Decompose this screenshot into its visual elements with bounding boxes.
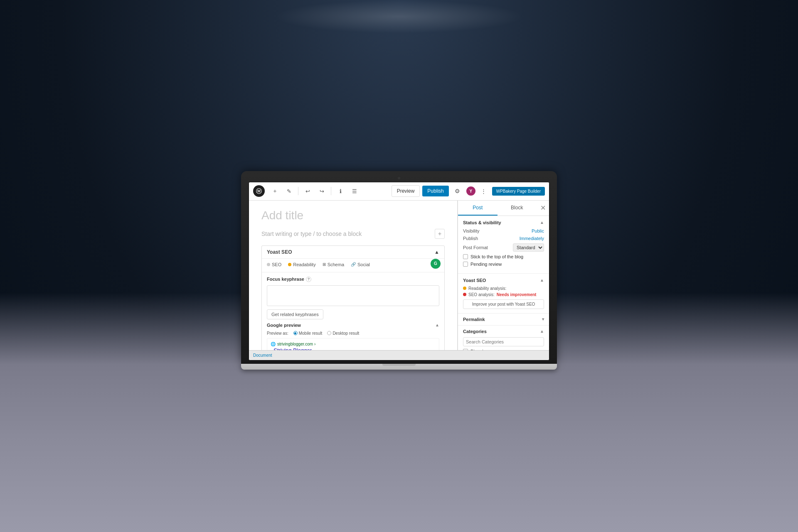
yoast-tab-seo[interactable]: SEO: [267, 262, 281, 269]
edit-toolbar-button[interactable]: ✎: [283, 185, 295, 197]
keyphrase-help-icon[interactable]: ?: [306, 277, 311, 282]
permalink-section: Permalink ▾: [458, 314, 549, 326]
yoast-tabs: SEO Readability ⊞ Schema 🔗: [262, 259, 444, 272]
preview-as-label: Preview as:: [267, 331, 288, 336]
google-title-link[interactable]: · Striving Blogger: [271, 347, 436, 350]
yoast-sidebar-title: Yoast SEO: [463, 278, 486, 283]
mobile-result-option[interactable]: Mobile result: [293, 331, 323, 336]
wordpress-logo: W: [253, 185, 265, 197]
sidebar-tab-post[interactable]: Post: [458, 201, 498, 216]
schema-icon: ⊞: [323, 262, 326, 267]
get-related-keyphrases-button[interactable]: Get related keyphrases: [267, 309, 323, 319]
undo-toolbar-button[interactable]: ↩: [302, 185, 313, 197]
yoast-sidebar-header[interactable]: Yoast SEO ▲: [463, 278, 544, 283]
pending-review-row: Pending review: [463, 262, 544, 267]
redo-toolbar-button[interactable]: ↪: [316, 185, 328, 197]
sidebar-tabs: Post Block ✕: [458, 201, 549, 216]
permalink-header[interactable]: Permalink ▾: [463, 317, 544, 322]
laptop-camera: [398, 177, 400, 179]
post-format-label: Post Format: [463, 245, 488, 250]
desktop-result-option[interactable]: Desktop result: [327, 331, 359, 336]
laptop-container: W ＋ ✎ ↩ ↪ ℹ ☰ Preview Publish ⚙ Y ⋮ WPBa…: [241, 171, 557, 370]
post-format-select[interactable]: Standard: [513, 243, 544, 252]
permalink-title: Permalink: [463, 317, 485, 322]
publish-label: Publish: [463, 236, 478, 241]
yoast-panel-header[interactable]: Yoast SEO ▲: [262, 246, 444, 259]
settings-button[interactable]: ⚙: [451, 185, 464, 197]
google-result-preview: 🌐 strivingblogger.com › · Striving Blogg…: [267, 338, 439, 350]
publish-value[interactable]: Immediately: [520, 236, 544, 241]
grammarly-icon: G: [431, 259, 441, 269]
wpbakery-button[interactable]: WPBakery Page Builder: [492, 187, 545, 196]
sidebar-tab-block[interactable]: Block: [498, 201, 537, 216]
visibility-row: Visibility Public: [463, 228, 544, 233]
mobile-radio[interactable]: [293, 331, 298, 335]
pending-review-label: Pending review: [470, 262, 502, 267]
search-categories-input[interactable]: [463, 337, 544, 346]
improve-yoast-button[interactable]: Improve your post with Yoast SEO: [463, 299, 544, 309]
yoast-content: Focus keyphrase ? Get related keyphrases…: [262, 272, 444, 350]
seo-tab-dot: [267, 263, 270, 266]
yoast-tab-social[interactable]: 🔗 Social: [351, 262, 370, 269]
yoast-button[interactable]: Y: [466, 186, 475, 196]
main-content: G Add title Start writing or type / to c…: [249, 201, 549, 350]
desktop-radio[interactable]: [327, 331, 331, 335]
google-preview-collapse-icon: ▲: [435, 323, 439, 327]
seo-tab-label: SEO: [272, 262, 281, 267]
yoast-seo-panel: Yoast SEO ▲ SEO Readability: [261, 245, 445, 350]
visibility-value[interactable]: Public: [532, 228, 544, 233]
categories-header[interactable]: Categories ▲: [463, 329, 544, 334]
preview-button[interactable]: Preview: [392, 185, 420, 197]
publish-button[interactable]: Publish: [422, 186, 448, 196]
add-block-toolbar-button[interactable]: ＋: [269, 185, 281, 197]
info-toolbar-button[interactable]: ℹ: [335, 185, 346, 197]
pending-review-checkbox[interactable]: [463, 262, 468, 267]
readability-label: Readability analysis:: [468, 286, 506, 291]
social-tab-label: Social: [357, 262, 370, 267]
screen: W ＋ ✎ ↩ ↪ ℹ ☰ Preview Publish ⚙ Y ⋮ WPBa…: [249, 182, 549, 360]
readability-tab-dot: [288, 263, 291, 266]
permalink-collapse-icon: ▾: [542, 317, 544, 321]
preview-as-row: Preview as: Mobile result Desktop result: [267, 331, 439, 336]
laptop-body: [241, 364, 557, 370]
more-options-button[interactable]: ⋮: [478, 185, 490, 197]
google-preview-section: Google preview ▲ Preview as: Mobile resu…: [267, 323, 439, 350]
focus-keyphrase-input[interactable]: [267, 285, 439, 306]
sidebar-close-button[interactable]: ✕: [537, 202, 549, 214]
laptop-bezel: W ＋ ✎ ↩ ↪ ℹ ☰ Preview Publish ⚙ Y ⋮ WPBa…: [241, 171, 557, 364]
seo-label: SEO analysis:: [468, 292, 495, 297]
add-block-inline-button[interactable]: ＋: [435, 229, 445, 239]
yoast-tab-readability[interactable]: Readability: [288, 262, 315, 269]
google-preview-header[interactable]: Google preview ▲: [267, 323, 439, 328]
google-url-text: strivingblogger.com ›: [277, 342, 315, 346]
google-url-row: 🌐 strivingblogger.com ›: [271, 342, 436, 346]
seo-dot: [463, 293, 466, 296]
background-light: [274, 0, 524, 33]
yoast-tab-schema[interactable]: ⊞ Schema: [323, 262, 344, 269]
status-visibility-header[interactable]: Status & visibility ▲: [463, 220, 544, 225]
stick-top-row: Stick to the top of the blog: [463, 254, 544, 259]
status-visibility-title: Status & visibility: [463, 220, 501, 225]
svg-text:W: W: [257, 189, 261, 193]
status-visibility-collapse-icon: ▲: [540, 220, 544, 225]
publish-row: Publish Immediately: [463, 236, 544, 241]
mobile-result-label: Mobile result: [299, 331, 323, 336]
focus-keyphrase-label: Focus keyphrase ?: [267, 277, 439, 282]
toolbar-separator-2: [331, 187, 331, 195]
post-title-input[interactable]: Add title: [261, 209, 445, 222]
visibility-label: Visibility: [463, 228, 480, 233]
post-format-row: Post Format Standard: [463, 243, 544, 252]
document-link[interactable]: Document: [253, 353, 272, 358]
stick-top-label: Stick to the top of the blog: [470, 254, 523, 259]
stick-top-checkbox[interactable]: [463, 254, 468, 259]
post-body-area[interactable]: Start writing or type / to choose a bloc…: [261, 229, 445, 239]
editor-area[interactable]: G Add title Start writing or type / to c…: [249, 201, 458, 350]
categories-collapse-icon: ▲: [540, 329, 544, 333]
schema-tab-label: Schema: [328, 262, 344, 267]
laptop-hinge: [382, 364, 416, 366]
status-visibility-section: Status & visibility ▲ Visibility Public …: [458, 216, 549, 274]
yoast-sidebar-section: Yoast SEO ▲ Readability analysis: SEO an…: [458, 274, 549, 314]
desktop-result-label: Desktop result: [332, 331, 359, 336]
yoast-panel-title: Yoast SEO: [267, 249, 292, 255]
list-toolbar-button[interactable]: ☰: [349, 185, 360, 197]
